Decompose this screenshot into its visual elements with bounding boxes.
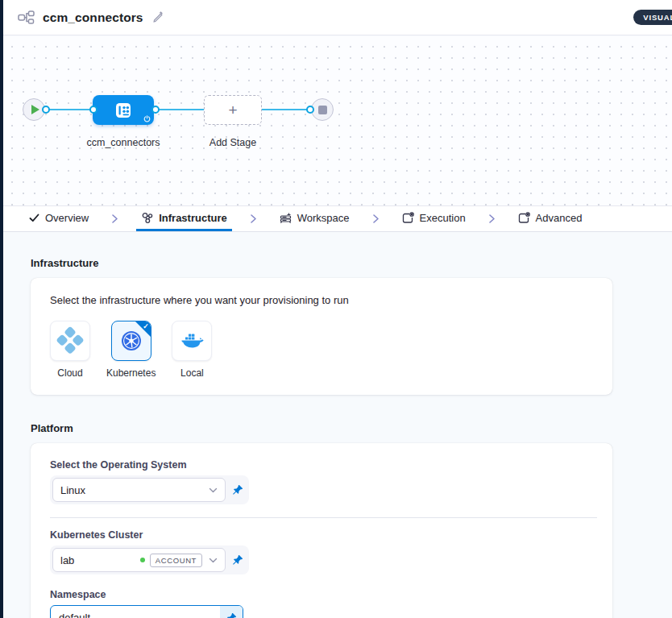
runtime-pin-icon[interactable] [229, 479, 247, 500]
scope-badge: ACCOUNT [150, 554, 202, 567]
os-select[interactable]: Linux [52, 478, 226, 502]
os-select-group: Linux [50, 475, 249, 504]
stage-out-port [151, 106, 160, 114]
chevron-right-icon [471, 206, 513, 231]
tab-advanced[interactable]: Advanced [513, 206, 587, 231]
tab-execution[interactable]: Execution [397, 206, 471, 231]
execution-icon [402, 212, 414, 224]
power-toggle-icon[interactable] [143, 115, 151, 122]
add-stage-label: Add Stage [172, 137, 293, 148]
os-selected-value: Linux [60, 484, 209, 496]
pipeline-icon [18, 10, 35, 24]
infrastructure-panel: Infrastructure Select the infrastructure… [3, 233, 672, 618]
tab-infrastructure[interactable]: Infrastructure [136, 206, 232, 231]
chevron-right-icon [355, 206, 397, 231]
runtime-pin-icon[interactable] [229, 550, 247, 570]
infrastructure-card: Select the infrastructure where you want… [31, 278, 612, 395]
platform-card: Select the Operating System Linux Kubern… [31, 443, 612, 618]
provisioning-stage-icon [114, 101, 133, 120]
cloud-icon [56, 326, 85, 356]
plus-icon: + [228, 102, 237, 119]
pipeline-edge [44, 109, 312, 110]
chevron-down-icon [209, 558, 218, 563]
cluster-select[interactable]: lab ACCOUNT [52, 548, 226, 572]
namespace-value: default [51, 612, 220, 618]
cloud-option-label: Cloud [57, 367, 82, 379]
local-option-label: Local [180, 367, 204, 379]
connectivity-status-dot [140, 558, 145, 562]
chevron-down-icon [209, 487, 218, 493]
advanced-icon [518, 212, 530, 224]
local-option-box [172, 321, 212, 361]
stage-node-label: ccm_connectors [63, 137, 184, 148]
namespace-input[interactable]: default [50, 605, 243, 618]
add-stage-button[interactable]: + [204, 95, 262, 125]
platform-section-heading: Platform [31, 422, 672, 434]
namespace-field-label: Namespace [50, 589, 593, 600]
workspace-icon [280, 212, 292, 224]
end-in-port [306, 106, 314, 114]
os-field-label: Select the Operating System [50, 459, 593, 471]
selected-check-icon: ✓ [143, 322, 149, 330]
infrastructure-options: Cloud [50, 321, 593, 379]
infra-option-kubernetes[interactable]: ✓ Kubernetes [106, 321, 156, 379]
tab-overview[interactable]: Overview [24, 206, 93, 231]
stop-icon [318, 106, 327, 114]
pipeline-header: ccm_connectors VISUAL [3, 0, 672, 35]
cluster-field-label: Kubernetes Cluster [50, 529, 593, 541]
infrastructure-icon [141, 212, 153, 224]
chevron-right-icon [93, 206, 136, 231]
visual-yaml-toggle[interactable]: VISUAL [633, 10, 672, 25]
cluster-selected-value: lab [60, 554, 140, 566]
play-icon [31, 105, 39, 114]
check-icon [29, 214, 39, 222]
chevron-right-icon [232, 206, 275, 231]
kubernetes-option-label: Kubernetes [106, 367, 156, 379]
stage-in-port [89, 106, 97, 114]
pipeline-end-node [311, 98, 334, 121]
infra-option-local[interactable]: Local [172, 321, 212, 379]
stage-config-tabbar: Overview Infrastructure Workspace [3, 205, 672, 232]
cluster-select-group: lab ACCOUNT [50, 545, 249, 574]
edit-pencil-icon[interactable] [153, 11, 165, 23]
page-title: ccm_connectors [43, 10, 143, 25]
runtime-pin-icon[interactable] [220, 606, 243, 618]
docker-icon [180, 331, 204, 350]
start-out-port [42, 106, 50, 114]
stage-node-ccm-connectors[interactable] [93, 95, 154, 125]
divider [50, 517, 597, 518]
pipeline-canvas[interactable]: ccm_connectors + Add Stage [3, 36, 672, 205]
tab-workspace[interactable]: Workspace [275, 206, 355, 231]
infra-option-cloud[interactable]: Cloud [50, 321, 90, 379]
kubernetes-option-box: ✓ [111, 321, 151, 361]
infrastructure-description: Select the infrastructure where you want… [50, 294, 593, 306]
infrastructure-section-heading: Infrastructure [31, 257, 672, 269]
collapsed-nav-rail[interactable] [0, 0, 3, 618]
cloud-option-box [50, 321, 90, 361]
